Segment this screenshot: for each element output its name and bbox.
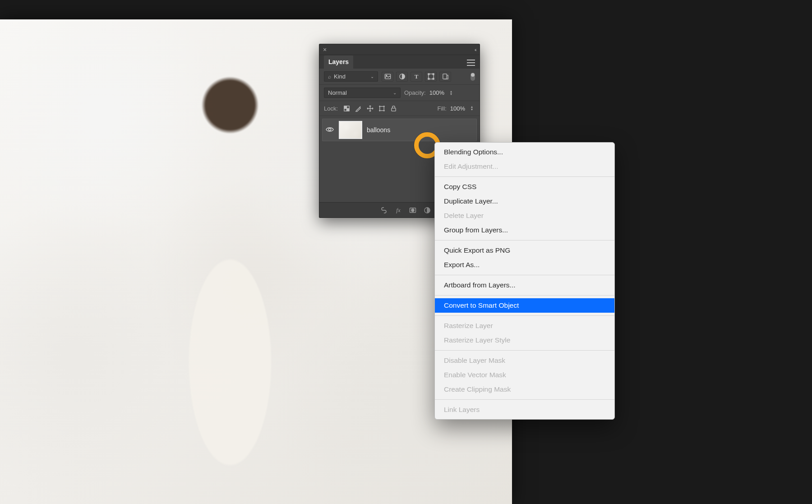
svg-rect-4 <box>428 74 429 75</box>
layer-context-menu: Blending Options...Edit Adjustment...Cop… <box>434 142 615 420</box>
svg-rect-11 <box>346 106 349 108</box>
svg-rect-14 <box>391 108 395 111</box>
tab-layers[interactable]: Layers <box>324 55 353 69</box>
menu-separator <box>435 399 614 400</box>
panel-menu-icon[interactable] <box>467 60 475 66</box>
menu-item[interactable]: Copy CSS <box>435 180 614 194</box>
blend-mode-select[interactable]: Normal ⌄ <box>324 88 401 98</box>
svg-rect-13 <box>379 106 383 110</box>
collapse-icon[interactable]: ‹‹ <box>475 47 476 52</box>
layer-row[interactable]: balloons <box>322 119 477 141</box>
menu-item[interactable]: Convert to Smart Object <box>435 298 614 313</box>
filter-type-icons: T <box>382 72 451 82</box>
filter-toggle[interactable] <box>471 73 475 81</box>
lock-transparency-icon[interactable] <box>341 104 351 113</box>
lock-row: Lock: Fill: 100% ▴▾ <box>319 101 480 116</box>
search-icon: ⌕ <box>328 74 331 80</box>
svg-rect-5 <box>433 74 434 75</box>
filter-smartobject-icon[interactable] <box>439 72 451 82</box>
menu-item[interactable]: Blending Options... <box>435 145 614 159</box>
filter-pixel-icon[interactable] <box>382 72 393 82</box>
layer-list: balloons <box>319 116 480 144</box>
menu-separator <box>435 240 614 240</box>
svg-rect-6 <box>428 78 429 79</box>
visibility-icon[interactable] <box>325 125 334 135</box>
opacity-label: Opacity: <box>404 89 426 96</box>
menu-item: Delete Layer <box>435 208 614 223</box>
svg-rect-7 <box>433 78 434 79</box>
menu-item: Enable Vector Mask <box>435 368 614 382</box>
blend-mode-value: Normal <box>328 89 347 96</box>
link-layers-icon[interactable] <box>379 206 388 215</box>
layer-thumbnail[interactable] <box>339 121 362 139</box>
svg-point-15 <box>328 128 331 130</box>
fill-stepper[interactable]: ▴▾ <box>469 106 475 111</box>
opacity-value[interactable]: 100% <box>429 89 444 96</box>
menu-item[interactable]: Artboard from Layers... <box>435 278 614 292</box>
panel-header: × ‹‹ <box>319 44 480 55</box>
panel-tabs: Layers <box>319 55 480 69</box>
lock-all-icon[interactable] <box>388 104 398 113</box>
close-icon[interactable]: × <box>323 46 327 53</box>
svg-point-17 <box>411 209 414 212</box>
menu-item[interactable]: Group from Layers... <box>435 223 614 237</box>
filter-adjustment-icon[interactable] <box>396 72 408 82</box>
lock-pixels-icon[interactable] <box>353 104 363 113</box>
menu-item: Rasterize Layer Style <box>435 333 614 347</box>
menu-item: Rasterize Layer <box>435 319 614 333</box>
menu-item: Link Layers <box>435 402 614 417</box>
fill-value[interactable]: 100% <box>450 105 465 112</box>
menu-separator <box>435 350 614 351</box>
blend-row: Normal ⌄ Opacity: 100% ▴▾ <box>319 85 480 101</box>
layer-style-icon[interactable]: fx <box>394 206 403 215</box>
lock-label: Lock: <box>324 105 338 112</box>
menu-item[interactable]: Quick Export as PNG <box>435 243 614 258</box>
menu-item: Edit Adjustment... <box>435 159 614 174</box>
svg-rect-10 <box>346 108 349 111</box>
menu-item[interactable]: Duplicate Layer... <box>435 194 614 208</box>
filter-kind-label: Kind <box>334 73 346 80</box>
menu-separator <box>435 176 614 177</box>
menu-separator <box>435 275 614 275</box>
menu-item: Disable Layer Mask <box>435 353 614 368</box>
lock-position-icon[interactable] <box>365 104 375 113</box>
menu-item: Create Clipping Mask <box>435 382 614 397</box>
filter-kind-select[interactable]: ⌕ Kind ⌄ <box>324 71 378 82</box>
chevron-down-icon: ⌄ <box>393 90 397 95</box>
fill-label: Fill: <box>438 105 447 112</box>
opacity-stepper[interactable]: ▴▾ <box>448 90 454 96</box>
filter-type-icon[interactable]: T <box>411 72 422 82</box>
chevron-down-icon: ⌄ <box>370 74 374 79</box>
filter-row: ⌕ Kind ⌄ T <box>319 69 480 85</box>
svg-rect-12 <box>344 108 346 111</box>
adjustment-layer-icon[interactable] <box>423 206 432 215</box>
svg-rect-9 <box>344 106 346 108</box>
lock-artboard-icon[interactable] <box>377 104 387 113</box>
filter-shape-icon[interactable] <box>425 72 437 82</box>
menu-separator <box>435 295 614 296</box>
menu-item[interactable]: Export As... <box>435 258 614 272</box>
layer-mask-icon[interactable] <box>408 206 417 215</box>
layer-name-label[interactable]: balloons <box>367 126 390 134</box>
svg-rect-8 <box>443 74 446 79</box>
menu-separator <box>435 315 614 316</box>
